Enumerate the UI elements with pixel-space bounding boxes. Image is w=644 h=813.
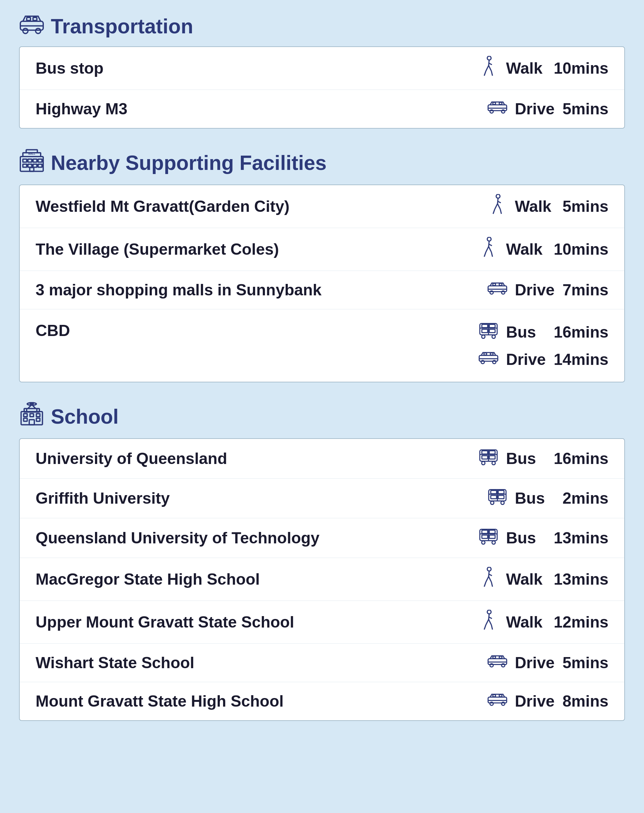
svg-rect-3	[27, 17, 31, 21]
svg-rect-48	[491, 353, 493, 355]
svg-rect-77	[491, 495, 497, 499]
svg-point-45	[493, 360, 496, 364]
mode-label: Drive	[506, 350, 547, 369]
mall-icon: MALL	[19, 148, 44, 178]
mode-label: Walk	[506, 613, 547, 631]
svg-rect-53	[23, 413, 27, 416]
table-row: CBD	[20, 309, 624, 382]
transport-info: Bus 16mins	[477, 448, 609, 469]
svg-point-89	[488, 610, 491, 614]
facilities-card: Westfield Mt Gravatt(Garden City) Walk 5…	[19, 185, 625, 382]
place-name: Wishart State School	[35, 654, 486, 672]
table-row: Upper Mount Gravatt State School Walk 12…	[20, 601, 624, 644]
mode-label: Bus	[506, 323, 547, 341]
school-card: University of Queensland Bus	[19, 438, 625, 721]
transportation-header: Transportation	[19, 13, 625, 40]
time-label: 14mins	[554, 350, 609, 369]
transport-info: Drive 14mins	[477, 346, 609, 373]
svg-rect-69	[489, 456, 495, 459]
bus-icon	[486, 487, 508, 509]
svg-rect-55	[36, 413, 40, 416]
mode-label: Walk	[506, 240, 547, 259]
table-row: 3 major shopping malls in Sunnybank Driv…	[20, 271, 624, 309]
svg-point-26	[496, 194, 500, 198]
svg-rect-25	[30, 167, 34, 171]
mode-label: Walk	[506, 59, 547, 78]
transport-info: Walk 10mins	[477, 56, 609, 81]
svg-rect-33	[499, 283, 502, 285]
svg-point-1	[23, 28, 28, 33]
svg-rect-21	[23, 164, 27, 167]
time-label: 5mins	[562, 100, 609, 118]
svg-point-97	[490, 702, 493, 705]
car-icon	[486, 99, 508, 119]
svg-rect-15	[26, 150, 37, 153]
place-name: 3 major shopping malls in Sunnybank	[35, 281, 486, 299]
table-row: Mount Gravatt State High School Drive 8m…	[20, 682, 624, 720]
svg-rect-4	[33, 17, 37, 21]
time-label: 8mins	[562, 692, 609, 710]
transport-info: Walk 10mins	[477, 237, 609, 262]
svg-rect-56	[23, 418, 27, 421]
car-icon	[486, 691, 508, 711]
time-label: 5mins	[562, 197, 609, 216]
svg-rect-86	[482, 535, 488, 538]
svg-point-8	[490, 110, 493, 113]
svg-rect-54	[30, 413, 33, 416]
transport-info: Walk 5mins	[486, 194, 609, 219]
place-name: Mount Gravatt State High School	[35, 692, 486, 710]
svg-rect-47	[484, 353, 486, 355]
svg-rect-23	[33, 164, 37, 167]
transport-info: Walk 13mins	[477, 567, 609, 592]
table-row: MacGregor State High School Walk 13mins	[20, 558, 624, 601]
place-name: Westfield Mt Gravatt(Garden City)	[35, 197, 486, 216]
svg-rect-83	[482, 530, 488, 533]
transport-info: Drive 8mins	[486, 691, 609, 711]
svg-text:MALL: MALL	[28, 152, 35, 155]
transport-info: Bus 13mins	[477, 527, 609, 549]
transportation-card: Bus stop Walk 10mins Highway M3	[19, 46, 625, 129]
svg-rect-57	[36, 418, 40, 421]
transport-info: Drive 5mins	[486, 652, 609, 673]
walk-icon	[477, 610, 500, 634]
school-section: School University of Queensland	[19, 401, 625, 721]
table-row: Queensland University of Technology	[20, 518, 624, 558]
svg-rect-100	[493, 695, 495, 697]
svg-point-92	[501, 664, 504, 667]
mode-label: Walk	[506, 570, 547, 588]
svg-rect-24	[38, 164, 42, 167]
svg-rect-78	[498, 495, 504, 499]
svg-point-44	[481, 360, 484, 364]
svg-rect-19	[33, 159, 37, 162]
mode-label: Walk	[515, 197, 556, 216]
school-icon	[19, 401, 44, 432]
walk-icon	[486, 194, 508, 219]
transport-info: Walk 12mins	[477, 610, 609, 634]
svg-point-98	[501, 702, 504, 705]
mode-label: Drive	[515, 281, 556, 299]
svg-point-2	[35, 28, 41, 33]
bus-icon	[477, 527, 500, 549]
svg-rect-101	[499, 695, 502, 697]
time-label: 10mins	[554, 59, 609, 78]
place-name: Griffith University	[35, 489, 486, 507]
svg-rect-12	[499, 102, 502, 104]
place-name: Queensland University of Technology	[35, 529, 477, 547]
svg-rect-18	[28, 159, 32, 162]
mode-label: Drive	[515, 692, 556, 710]
svg-rect-95	[499, 656, 502, 658]
walk-icon	[477, 56, 500, 81]
svg-point-6	[488, 56, 491, 60]
transport-info: Drive 5mins	[486, 99, 609, 119]
svg-rect-65	[482, 451, 488, 454]
svg-point-63	[481, 461, 485, 465]
mode-label: Bus	[506, 449, 547, 468]
mode-label: Bus	[506, 529, 547, 547]
svg-rect-11	[493, 102, 495, 104]
transportation-title: Transportation	[51, 15, 193, 38]
svg-rect-22	[28, 164, 32, 167]
walk-icon	[477, 237, 500, 262]
place-name: CBD	[35, 318, 477, 340]
car-icon	[486, 652, 508, 673]
svg-point-37	[492, 335, 495, 338]
